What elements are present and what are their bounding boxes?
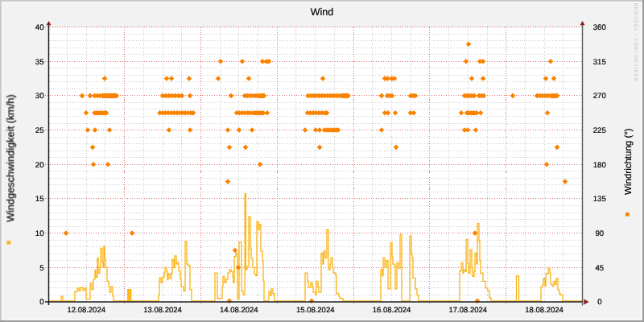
svg-text:225: 225 bbox=[593, 126, 606, 135]
svg-text:20: 20 bbox=[35, 161, 44, 170]
svg-text:35: 35 bbox=[35, 58, 44, 67]
svg-text:RRDTOOL / TOBI OETIKER: RRDTOOL / TOBI OETIKER bbox=[633, 3, 638, 83]
svg-text:Windgeschwindigkeit (km/h): Windgeschwindigkeit (km/h) bbox=[4, 94, 16, 222]
svg-text:17.08.2024: 17.08.2024 bbox=[449, 306, 488, 315]
svg-text:0: 0 bbox=[39, 298, 43, 307]
svg-text:135: 135 bbox=[593, 195, 606, 204]
svg-text:360: 360 bbox=[593, 23, 606, 32]
svg-text:18.08.2024: 18.08.2024 bbox=[525, 306, 564, 315]
svg-text:0: 0 bbox=[597, 298, 601, 307]
svg-text:270: 270 bbox=[593, 92, 606, 101]
svg-text:15: 15 bbox=[35, 195, 44, 204]
svg-text:16.08.2024: 16.08.2024 bbox=[373, 306, 411, 315]
svg-text:13.08.2024: 13.08.2024 bbox=[143, 306, 182, 315]
svg-text:30: 30 bbox=[35, 92, 44, 101]
svg-text:Windrichtung (°): Windrichtung (°) bbox=[624, 128, 634, 195]
svg-text:15.08.2024: 15.08.2024 bbox=[296, 306, 335, 315]
svg-text:315: 315 bbox=[593, 58, 606, 67]
svg-text:180: 180 bbox=[593, 161, 606, 170]
svg-text:14.08.2024: 14.08.2024 bbox=[220, 306, 258, 315]
svg-text:25: 25 bbox=[35, 126, 44, 135]
svg-text:10: 10 bbox=[35, 229, 44, 238]
svg-text:Wind: Wind bbox=[311, 6, 334, 18]
svg-text:40: 40 bbox=[35, 23, 44, 32]
svg-text:90: 90 bbox=[595, 229, 604, 238]
svg-text:12.08.2024: 12.08.2024 bbox=[67, 306, 105, 315]
svg-text:5: 5 bbox=[39, 264, 43, 273]
svg-text:45: 45 bbox=[595, 264, 604, 273]
